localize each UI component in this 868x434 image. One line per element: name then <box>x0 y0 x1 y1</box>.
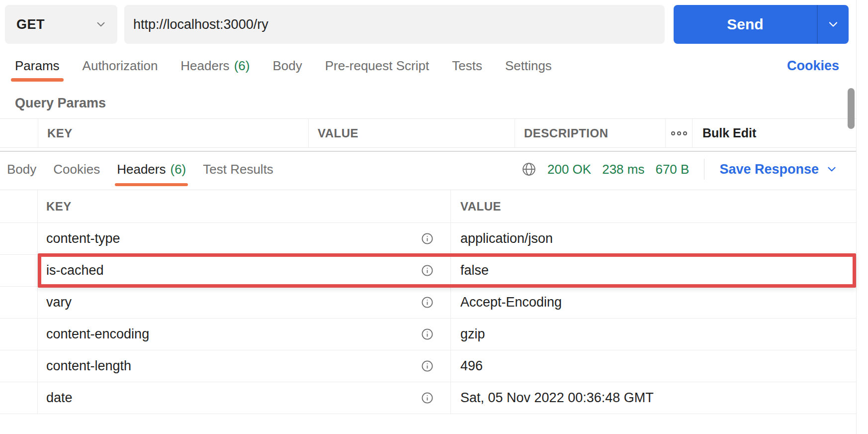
chevron-down-icon <box>825 163 838 176</box>
row-gutter <box>0 119 38 147</box>
chevron-down-icon <box>826 17 840 31</box>
tab-body[interactable]: Body <box>272 44 302 88</box>
url-input[interactable] <box>124 5 665 44</box>
table-row: content-length 496 <box>0 350 856 382</box>
tab-count-badge: (6) <box>170 162 186 177</box>
tab-label: Settings <box>505 58 552 74</box>
more-options-icon <box>671 131 675 135</box>
table-row-highlighted: is-cached false <box>0 255 856 287</box>
info-icon[interactable] <box>421 232 434 245</box>
row-gutter <box>0 319 38 350</box>
table-row: content-type application/json <box>0 223 856 255</box>
tab-label: Test Results <box>203 162 273 177</box>
tab-label: Body <box>272 58 302 74</box>
header-key: vary <box>46 295 72 310</box>
info-icon[interactable] <box>421 327 434 341</box>
info-icon[interactable] <box>421 296 434 309</box>
header-value: 496 <box>460 358 483 374</box>
header-value: application/json <box>460 231 553 246</box>
info-icon[interactable] <box>421 391 434 405</box>
method-select[interactable]: GET <box>5 5 117 44</box>
tab-headers[interactable]: Headers(6) <box>180 44 250 88</box>
tab-settings[interactable]: Settings <box>505 44 552 88</box>
tab-label: Body <box>7 162 36 177</box>
query-params-section: Query Params <box>0 88 856 118</box>
resp-tab-body[interactable]: Body <box>7 152 36 187</box>
header-key: content-type <box>46 231 120 246</box>
column-label: KEY <box>47 126 73 140</box>
header-key: content-encoding <box>46 326 149 342</box>
tab-params[interactable]: Params <box>15 44 60 88</box>
query-params-title: Query Params <box>15 96 106 111</box>
response-tabs: Body Cookies Headers(6) Test Results 200… <box>0 152 856 187</box>
row-gutter <box>0 350 38 382</box>
response-table-header-row: KEY VALUE <box>0 190 856 223</box>
status-code-badge: 200 OK <box>547 162 591 177</box>
response-headers-table: KEY VALUE content-type application/json … <box>0 190 856 414</box>
tab-count-badge: (6) <box>234 58 250 74</box>
meta-divider <box>704 159 704 180</box>
response-size-badge: 670 B <box>655 162 689 177</box>
query-params-table: KEY VALUE DESCRIPTION Bulk Edit <box>0 118 856 148</box>
network-globe-icon[interactable] <box>521 162 536 177</box>
tab-tests[interactable]: Tests <box>452 44 482 88</box>
row-gutter <box>0 287 38 318</box>
table-row: content-encoding gzip <box>0 319 856 350</box>
resp-tab-cookies[interactable]: Cookies <box>53 152 100 187</box>
column-label: VALUE <box>460 200 501 214</box>
scrollbar-thumb[interactable] <box>848 88 855 129</box>
tab-label: Headers <box>180 58 229 74</box>
table-row: date Sat, 05 Nov 2022 00:36:48 GMT <box>0 382 856 414</box>
bulk-edit-button[interactable]: Bulk Edit <box>692 119 856 147</box>
resp-col-value: VALUE <box>451 200 856 214</box>
tab-label: Cookies <box>53 162 100 177</box>
header-key: is-cached <box>46 263 104 278</box>
tab-label: Headers <box>117 162 166 177</box>
tab-label: Params <box>15 58 60 74</box>
api-client-window: GET Send Params Authorization Headers(6) <box>0 0 868 434</box>
more-options-icon <box>683 131 687 135</box>
more-options-button[interactable] <box>665 119 692 147</box>
column-label: VALUE <box>318 126 358 140</box>
send-button[interactable]: Send <box>674 5 849 44</box>
send-options-button[interactable] <box>818 5 849 44</box>
url-field <box>124 5 665 44</box>
cookies-link[interactable]: Cookies <box>787 58 839 74</box>
column-label: KEY <box>46 200 72 214</box>
send-label: Send <box>674 16 817 33</box>
save-response-button[interactable]: Save Response <box>719 162 838 177</box>
resp-col-key: KEY <box>38 190 451 222</box>
row-gutter <box>0 190 38 222</box>
query-params-header-row: KEY VALUE DESCRIPTION Bulk Edit <box>0 119 856 148</box>
qp-col-description: DESCRIPTION <box>515 119 665 147</box>
header-value: gzip <box>460 326 485 342</box>
resp-tab-test-results[interactable]: Test Results <box>203 152 273 187</box>
method-label: GET <box>16 17 45 32</box>
header-key: date <box>46 390 73 406</box>
resp-tab-headers[interactable]: Headers(6) <box>117 152 186 187</box>
header-key: content-length <box>46 358 131 374</box>
table-row: vary Accept-Encoding <box>0 287 856 319</box>
tab-pre-request-script[interactable]: Pre-request Script <box>325 44 430 88</box>
qp-col-key: KEY <box>38 119 308 147</box>
main-panel: GET Send Params Authorization Headers(6) <box>0 0 857 434</box>
tab-authorization[interactable]: Authorization <box>83 44 158 88</box>
more-options-icon <box>677 131 681 135</box>
chevron-down-icon <box>94 18 107 31</box>
info-icon[interactable] <box>421 264 434 277</box>
qp-col-value: VALUE <box>308 119 515 147</box>
row-gutter <box>0 223 38 254</box>
header-value: Sat, 05 Nov 2022 00:36:48 GMT <box>460 390 654 406</box>
save-response-label: Save Response <box>719 162 819 177</box>
tab-label: Authorization <box>83 58 158 74</box>
row-gutter <box>0 255 38 286</box>
info-icon[interactable] <box>421 359 434 373</box>
header-value: Accept-Encoding <box>460 295 562 310</box>
row-gutter <box>0 382 38 414</box>
request-url-bar: GET Send <box>0 0 856 44</box>
response-time-badge: 238 ms <box>602 162 644 177</box>
header-value: false <box>460 263 489 278</box>
response-meta: 200 OK 238 ms 670 B Save Response <box>521 159 838 180</box>
tab-label: Pre-request Script <box>325 58 430 74</box>
tab-label: Tests <box>452 58 482 74</box>
